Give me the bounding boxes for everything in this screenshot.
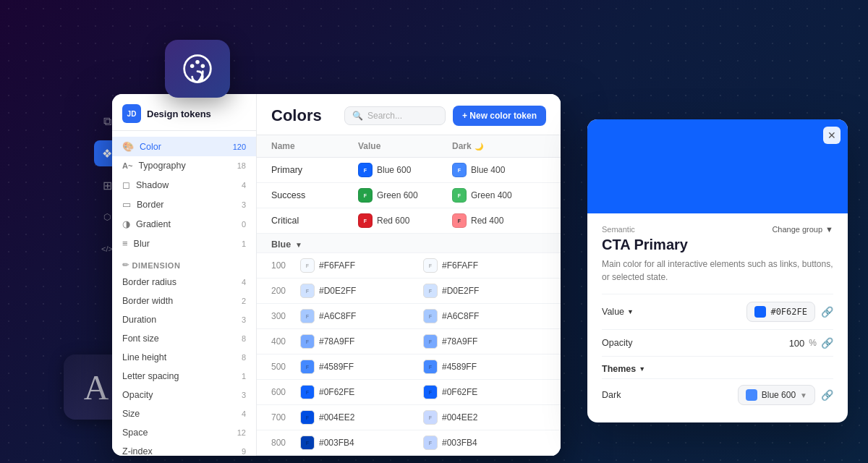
detail-close-button[interactable]: ✕ bbox=[823, 127, 841, 144]
sidebar-item-typography-label: Typography bbox=[138, 161, 185, 171]
search-box[interactable]: 🔍 Search... bbox=[344, 106, 446, 125]
sidebar-item-typography[interactable]: A~ Typography 18 bbox=[112, 156, 256, 175]
sidebar-item-z-index[interactable]: Z-index 9 bbox=[112, 442, 256, 456]
sidebar-item-border-width[interactable]: Border width 2 bbox=[112, 292, 256, 310]
jd-badge: JD bbox=[122, 104, 141, 123]
blue-num-800: 800 bbox=[271, 438, 300, 448]
svg-point-0 bbox=[184, 56, 211, 82]
detail-body: Semantic Change group ▼ CTA Primary Main… bbox=[587, 213, 848, 422]
blue-swatch-dark-400: F bbox=[423, 334, 438, 349]
sidebar-item-font-size-label: Font size bbox=[122, 334, 159, 344]
colors-table: Name Value Dark 🌙 Primary F Blue 600 bbox=[257, 135, 561, 456]
blue-swatch-light-500: F bbox=[300, 360, 315, 374]
table-row-blue-100[interactable]: 100 F #F6FAFF F #F6FAFF bbox=[257, 253, 561, 279]
blue-dark-300: F #A6C8FF bbox=[423, 309, 546, 323]
dark-link-icon[interactable]: 🔗 bbox=[821, 389, 833, 401]
dimension-section-label: Dimension bbox=[132, 261, 181, 270]
sidebar-item-opacity[interactable]: Opacity 3 bbox=[112, 386, 256, 404]
sidebar-item-duration[interactable]: Duration 3 bbox=[112, 310, 256, 329]
color-icon: 🎨 bbox=[122, 141, 134, 152]
border-count: 3 bbox=[231, 200, 246, 209]
detail-value-row: Value ▼ #0F62FE 🔗 bbox=[602, 294, 833, 329]
success-dark-label: Green 400 bbox=[471, 190, 512, 200]
table-row-blue-200[interactable]: 200 F #D0E2FF F #D0E2FF bbox=[257, 279, 561, 304]
blue-value-500: F #4589FF bbox=[300, 360, 423, 374]
svg-point-1 bbox=[190, 64, 195, 69]
table-row-blue-300[interactable]: 300 F #A6C8FF F #A6C8FF bbox=[257, 304, 561, 329]
sidebar-item-gradient-label: Gradient bbox=[136, 219, 171, 229]
table-header: Name Value Dark 🌙 bbox=[257, 135, 561, 158]
blue-swatch-dark-500: F bbox=[423, 360, 438, 374]
chevron-down-icon-detail: ▼ bbox=[825, 225, 833, 234]
critical-name: Critical bbox=[271, 216, 358, 226]
sidebar-item-duration-label: Duration bbox=[122, 315, 156, 325]
sidebar-item-line-height[interactable]: Line height 8 bbox=[112, 348, 256, 367]
sidebar-item-letter-spacing-label: Letter spacing bbox=[122, 371, 179, 381]
table-row-blue-700[interactable]: 700 F #004EE2 F #004EE2 bbox=[257, 405, 561, 430]
space-count: 12 bbox=[231, 428, 246, 437]
sidebar-item-shadow[interactable]: ◻ Shadow 4 bbox=[112, 175, 256, 195]
header-actions: 🔍 Search... + New color token bbox=[344, 106, 546, 126]
value-chip[interactable]: #0F62FE bbox=[746, 302, 815, 322]
detail-token-name: CTA Primary bbox=[602, 237, 833, 253]
blue-swatch-light-800: F bbox=[300, 436, 315, 450]
moon-icon: 🌙 bbox=[475, 143, 483, 150]
dark-value-text: Blue 600 bbox=[762, 390, 796, 400]
critical-value-swatch: F bbox=[358, 213, 373, 228]
blue-num-400: 400 bbox=[271, 336, 300, 347]
table-row-blue-800[interactable]: 800 F #003FB4 F #003FB4 bbox=[257, 430, 561, 456]
table-row-critical[interactable]: Critical F Red 600 F Red 400 bbox=[257, 208, 561, 234]
change-group-button[interactable]: Change group ▼ bbox=[772, 225, 833, 234]
sidebar-title: Design tokens bbox=[147, 109, 211, 119]
value-hex-text: #0F62FE bbox=[770, 307, 807, 317]
primary-value-swatch: F bbox=[358, 163, 373, 177]
dark-value-chip[interactable]: Blue 600 ▼ bbox=[738, 385, 815, 405]
sidebar-item-border-radius[interactable]: Border radius 4 bbox=[112, 273, 256, 292]
detail-group-name: Semantic bbox=[602, 225, 635, 234]
blue-swatch-light-600: F bbox=[300, 385, 315, 399]
critical-value-label: Red 600 bbox=[377, 216, 409, 226]
themes-label: Themes ▼ bbox=[602, 364, 645, 374]
table-row-success[interactable]: Success F Green 600 F Green 400 bbox=[257, 183, 561, 208]
sidebar-item-space[interactable]: Space 12 bbox=[112, 423, 256, 442]
blue-dark-600: F #0F62FE bbox=[423, 385, 546, 399]
dark-color-swatch bbox=[746, 389, 757, 401]
sidebar-item-line-height-label: Line height bbox=[122, 352, 166, 362]
sidebar-item-size[interactable]: Size 4 bbox=[112, 404, 256, 423]
new-color-token-button[interactable]: + New color token bbox=[453, 106, 546, 126]
sidebar-item-letter-spacing[interactable]: Letter spacing 1 bbox=[112, 367, 256, 386]
success-dark-swatch: F bbox=[452, 188, 467, 203]
value-link-icon[interactable]: 🔗 bbox=[821, 306, 833, 318]
dark-select-arrow: ▼ bbox=[800, 391, 807, 399]
sidebar-item-color[interactable]: 🎨 Color 120 bbox=[112, 137, 256, 156]
blue-value-300: F #A6C8FF bbox=[300, 309, 423, 323]
blue-num-700: 700 bbox=[271, 412, 300, 422]
table-row-blue-400[interactable]: 400 F #78A9FF F #78A9FF bbox=[257, 329, 561, 354]
blue-group-header[interactable]: Blue ▼ bbox=[257, 234, 561, 253]
table-row-blue-600[interactable]: 600 F #0F62FE F #0F62FE bbox=[257, 380, 561, 405]
sidebar-item-blur[interactable]: ≡ Blur 1 bbox=[112, 234, 256, 253]
blue-swatch-dark-800: F bbox=[423, 436, 438, 450]
search-icon: 🔍 bbox=[352, 111, 363, 121]
blue-swatch-light-300: F bbox=[300, 309, 315, 323]
sidebar-item-size-label: Size bbox=[122, 409, 140, 419]
col-header-name: Name bbox=[271, 141, 358, 151]
letter-spacing-count: 1 bbox=[231, 372, 246, 381]
palette-card bbox=[165, 40, 230, 98]
sidebar-item-gradient[interactable]: ◑ Gradient 0 bbox=[112, 214, 256, 234]
blue-dark-700: F #004EE2 bbox=[423, 410, 546, 425]
blue-value-800: F #003FB4 bbox=[300, 436, 423, 450]
sidebar-item-font-size[interactable]: Font size 8 bbox=[112, 329, 256, 348]
table-row-primary[interactable]: Primary F Blue 600 F Blue 400 bbox=[257, 158, 561, 183]
blue-hex-dark-600: #0F62FE bbox=[442, 387, 477, 397]
gradient-count: 0 bbox=[231, 220, 246, 229]
detail-opacity-label: Opacity bbox=[602, 338, 645, 348]
chevron-down-icon-themes: ▼ bbox=[639, 365, 645, 373]
sidebar-item-border[interactable]: ▭ Border 3 bbox=[112, 195, 256, 214]
table-row-blue-500[interactable]: 500 F #4589FF F #4589FF bbox=[257, 354, 561, 380]
opacity-link-icon[interactable]: 🔗 bbox=[821, 337, 833, 349]
blue-dark-800: F #003FB4 bbox=[423, 436, 546, 450]
dark-row: Dark Blue 600 ▼ 🔗 bbox=[602, 378, 833, 411]
tokens-list: 🎨 Color 120 A~ Typography 18 ◻ Shadow bbox=[112, 131, 256, 456]
blue-hex-light-300: #A6C8FF bbox=[319, 311, 356, 321]
